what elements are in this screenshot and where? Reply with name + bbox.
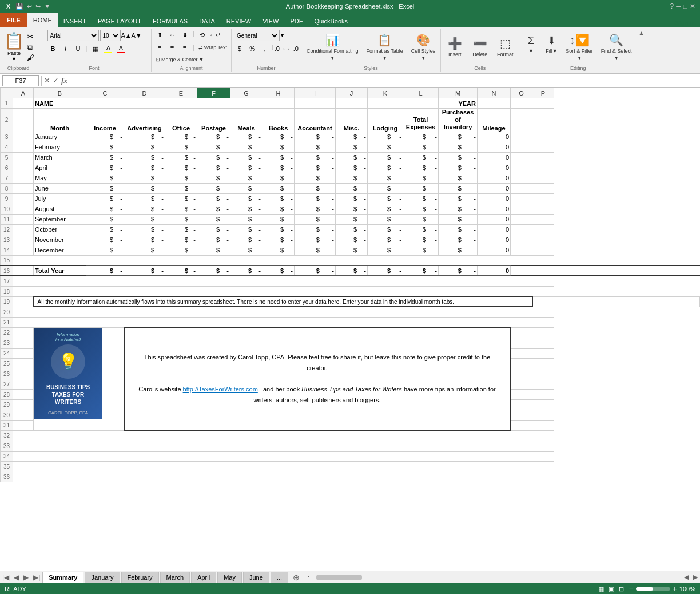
- cell-l2[interactable]: TotalExpenses: [403, 109, 439, 132]
- autosum-btn[interactable]: Σ ▼: [522, 30, 540, 58]
- sheet-tab-april[interactable]: April: [191, 572, 216, 583]
- bold-btn[interactable]: B: [47, 43, 59, 54]
- cell-f1[interactable]: [197, 98, 230, 109]
- confirm-formula-icon[interactable]: ✓: [53, 76, 59, 85]
- comma-btn[interactable]: ,: [259, 43, 271, 54]
- format-painter-icon[interactable]: 🖌: [27, 53, 34, 62]
- minimize-btn[interactable]: ─: [676, 2, 681, 10]
- align-right-btn[interactable]: ≡: [179, 42, 190, 53]
- zoom-in-btn[interactable]: +: [673, 584, 677, 593]
- sheet-tab-february[interactable]: February: [121, 572, 159, 583]
- currency-btn[interactable]: $: [234, 43, 245, 54]
- scroll-left-btn[interactable]: ◀: [682, 573, 691, 581]
- cell-p2[interactable]: [532, 109, 554, 132]
- cell-g2[interactable]: Meals: [230, 109, 262, 132]
- cell-d2[interactable]: Advertising: [124, 109, 165, 132]
- cell-o1[interactable]: [511, 98, 532, 109]
- website-link[interactable]: http://TaxesForWriters.com: [183, 386, 258, 393]
- tab-page-layout[interactable]: PAGE LAYOUT: [92, 15, 147, 27]
- sheet-tab-march[interactable]: March: [160, 572, 190, 583]
- sheet-tab-june[interactable]: June: [243, 572, 269, 583]
- cell-p1[interactable]: [532, 98, 554, 109]
- quick-access-redo[interactable]: ↪: [35, 3, 41, 10]
- tab-formulas[interactable]: FORMULAS: [147, 15, 193, 27]
- col-header-l[interactable]: L: [403, 88, 439, 98]
- copy-icon[interactable]: ⧉: [27, 42, 34, 52]
- italic-btn[interactable]: I: [60, 43, 71, 54]
- col-header-a[interactable]: A: [13, 88, 34, 98]
- cell-l1[interactable]: [403, 98, 439, 109]
- tab-pdf[interactable]: PDF: [284, 15, 308, 27]
- tab-insert[interactable]: INSERT: [58, 15, 92, 27]
- cell-f2[interactable]: Postage: [197, 109, 230, 132]
- view-pagebreak-icon[interactable]: ⊟: [619, 585, 624, 593]
- sheet-nav-last[interactable]: ▶|: [31, 573, 42, 581]
- month-jan[interactable]: January: [34, 132, 86, 142]
- cell-i2[interactable]: Accountant: [295, 109, 336, 132]
- cancel-formula-icon[interactable]: ✕: [44, 76, 50, 85]
- cell-n1[interactable]: [478, 98, 511, 109]
- col-header-e[interactable]: E: [165, 88, 197, 98]
- col-header-p[interactable]: P: [532, 88, 554, 98]
- cell-a2[interactable]: [13, 109, 34, 132]
- formula-input[interactable]: [73, 77, 698, 84]
- align-left-btn[interactable]: ≡: [154, 42, 165, 53]
- cell-c2[interactable]: Income: [86, 109, 124, 132]
- zoom-slider[interactable]: [636, 587, 670, 591]
- quick-access-more[interactable]: ▼: [44, 3, 50, 10]
- wrap-text-btn[interactable]: ⇌ Wrap Text: [197, 43, 229, 52]
- col-header-n[interactable]: N: [478, 88, 511, 98]
- col-header-k[interactable]: K: [368, 88, 403, 98]
- col-header-h[interactable]: H: [262, 88, 295, 98]
- sheet-tab-january[interactable]: January: [85, 572, 120, 583]
- tab-file[interactable]: FILE: [0, 13, 27, 27]
- col-header-m[interactable]: M: [439, 88, 478, 98]
- cell-n2[interactable]: Mileage: [478, 109, 511, 132]
- scrollbar-thumb[interactable]: [316, 575, 362, 580]
- underline-btn[interactable]: U: [73, 43, 84, 54]
- cell-e1[interactable]: [165, 98, 197, 109]
- cell-reference-box[interactable]: [2, 75, 39, 86]
- fill-btn[interactable]: ⬇ Fill▼: [542, 30, 560, 58]
- tab-data[interactable]: DATA: [193, 15, 221, 27]
- sheet-nav-next[interactable]: ▶: [21, 573, 31, 581]
- maximize-btn[interactable]: □: [683, 2, 687, 10]
- cell-b1[interactable]: NAME: [34, 98, 86, 109]
- quick-access-save[interactable]: 💾: [15, 3, 23, 10]
- conditional-formatting-btn[interactable]: 📊 Conditional Formatting ▼: [304, 30, 361, 64]
- cell-e2[interactable]: Office: [165, 109, 197, 132]
- font-family-select[interactable]: Arial: [47, 30, 99, 41]
- increase-decimal-btn[interactable]: .0→: [275, 43, 286, 54]
- cell-k2[interactable]: Lodging: [368, 109, 403, 132]
- increase-font-btn[interactable]: A▲: [122, 31, 131, 40]
- font-color-btn[interactable]: A: [115, 43, 126, 54]
- view-normal-icon[interactable]: ▦: [598, 585, 604, 593]
- cell-k1[interactable]: [368, 98, 403, 109]
- col-header-g[interactable]: G: [230, 88, 262, 98]
- cell-g1[interactable]: [230, 98, 262, 109]
- scroll-right-btn[interactable]: ▶: [691, 573, 700, 581]
- cell-d1[interactable]: [124, 98, 165, 109]
- percent-btn[interactable]: %: [246, 43, 258, 54]
- sort-filter-btn[interactable]: ↕🔽 Sort & Filter ▼: [563, 30, 596, 64]
- format-btn[interactable]: ⬚ Format: [494, 30, 516, 64]
- cell-i1[interactable]: [295, 98, 336, 109]
- total-year-label[interactable]: Total Year: [34, 266, 86, 276]
- insert-btn[interactable]: ➕ Insert: [443, 30, 466, 64]
- delete-btn[interactable]: ➖ Delete: [468, 30, 491, 64]
- sheet-tab-may[interactable]: May: [217, 572, 242, 583]
- orientation-btn[interactable]: ⟲: [197, 30, 208, 40]
- help-icon[interactable]: ?: [670, 2, 674, 10]
- tab-view[interactable]: VIEW: [257, 15, 284, 27]
- tab-home[interactable]: HOME: [27, 13, 58, 27]
- merge-center-btn[interactable]: ⊡ Merge & Center ▼: [154, 55, 205, 64]
- align-center-btn[interactable]: ≡: [166, 42, 178, 53]
- close-btn[interactable]: ✕: [690, 2, 695, 10]
- cell-m1[interactable]: YEAR: [439, 98, 478, 109]
- sheet-nav-prev[interactable]: ◀: [11, 573, 21, 581]
- bottom-align-btn[interactable]: ⬇: [179, 30, 190, 40]
- zoom-out-btn[interactable]: −: [629, 584, 633, 593]
- col-header-b[interactable]: B: [34, 88, 86, 98]
- cell-c1[interactable]: [86, 98, 124, 109]
- insert-function-icon[interactable]: fx: [61, 76, 67, 85]
